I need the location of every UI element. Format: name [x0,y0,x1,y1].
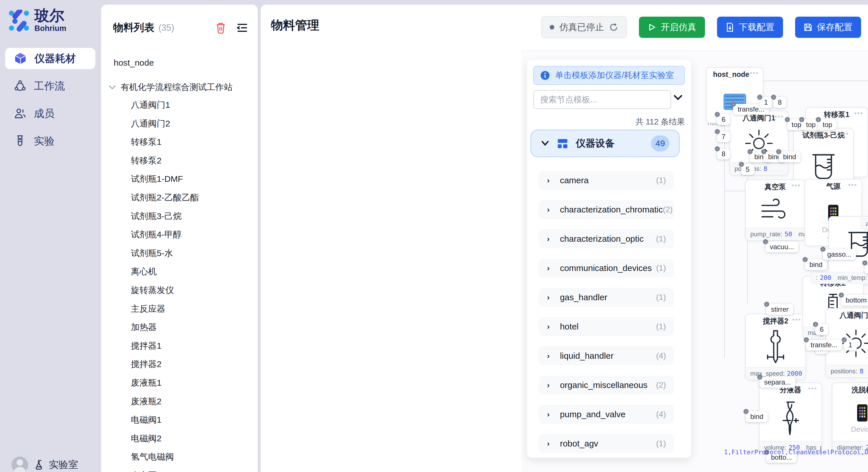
tree-item[interactable]: 八通阀门2 [131,118,170,130]
port-chip-5[interactable]: ›5 [741,164,754,175]
collapse-list-icon[interactable] [237,23,248,33]
category-characterization_optic[interactable]: ›characterization_optic(1) [539,229,674,248]
port-connector-icon[interactable]: › [757,374,763,380]
category-gas_handler[interactable]: ›gas_handler(1) [539,288,674,307]
port-connector-icon[interactable]: › [771,95,776,100]
port-connector-icon[interactable]: › [799,117,804,122]
sidebar-item-实验[interactable]: 实验 [5,131,95,152]
port-chip-8[interactable]: ›8 [717,148,730,160]
port-chip-separa...[interactable]: ›separa... [760,377,795,388]
canvas-node-分液器[interactable]: 分液器•••volume:250has_phases:true [759,382,822,454]
port-connector-icon[interactable]: › [715,112,720,117]
port-connector-icon[interactable]: › [842,337,847,342]
sidebar-item-仪器耗材[interactable]: 仪器耗材 [5,48,95,69]
tree-item[interactable]: 试剂瓶1-DMF [131,173,183,185]
port-connector-icon[interactable]: › [862,260,867,266]
node-menu-icon[interactable]: ••• [775,113,784,121]
node-menu-icon[interactable]: ••• [750,69,759,77]
canvas-node-洗脱柱[interactable]: 洗脱柱•••Devicediameter:2.5column_type:si [832,382,868,454]
port-connector-icon[interactable]: › [803,257,808,262]
port-connector-icon[interactable]: › [763,239,768,244]
port-connector-icon[interactable]: › [715,146,720,151]
simulation-status-badge[interactable]: 仿真已停止 [541,16,627,38]
tree-item[interactable]: 搅拌器2 [131,359,162,370]
canvas-node-八通阀门1[interactable]: 八通阀门1•••positions:8 [730,111,788,175]
node-menu-icon[interactable]: ••• [808,385,817,392]
port-chip-bind[interactable]: ›bind [746,411,768,422]
sidebar-item-工作流[interactable]: 工作流 [5,75,95,97]
template-search-input[interactable] [533,90,671,109]
port-chip-1[interactable]: ›1 [844,339,857,350]
port-connector-icon[interactable]: › [776,149,781,154]
tree-item[interactable]: 转移泵1 [131,136,162,148]
tree-item[interactable]: 试剂瓶3-己烷 [131,210,182,222]
tree-item[interactable]: 搅拌器1 [131,340,162,352]
node-menu-icon[interactable]: ••• [854,109,863,117]
port-chip-bind[interactable]: ›bind [805,259,827,270]
save-config-button[interactable]: 保存配置 [795,16,861,38]
port-chip-6[interactable]: ›6 [717,114,730,125]
port-chip-7[interactable]: ›7 [717,131,730,142]
tree-item[interactable]: 旋转蒸发仪 [131,284,174,296]
port-connector-icon[interactable]: › [761,149,766,154]
port-connector-icon[interactable]: › [764,302,769,307]
canvas-node-搅拌器2[interactable]: 搅拌器2•••max_speed:2000 [745,314,806,380]
tree-item[interactable]: 试剂瓶5-水 [131,247,173,259]
tree-item[interactable]: 废液瓶1 [131,377,162,389]
tree-item[interactable]: 试剂瓶4-甲醇 [131,229,182,241]
port-chip-vacuu...[interactable]: ›vacuu... [765,241,799,252]
port-connector-icon[interactable]: › [715,129,720,134]
port-connector-icon[interactable]: › [757,95,763,100]
category-hotel[interactable]: ›hotel(1) [539,317,674,336]
tree-item[interactable]: 转移泵2 [131,155,162,167]
sidebar-footer[interactable]: 实验室 [11,457,78,472]
port-connector-icon[interactable]: › [739,162,744,167]
canvas-node-真空泵[interactable]: 真空泵•••pump_rate:50max_vacuum:0.1 [745,179,805,241]
port-connector-icon[interactable]: › [743,409,749,414]
device-group-expander[interactable]: 仪器设备 49 [530,130,680,157]
port-chip-bottom[interactable]: ›bottom [865,263,868,274]
category-organic_miscellaneous[interactable]: ›organic_miscellaneous(2) [539,376,674,395]
category-characterization_chromatic[interactable]: ›characterization_chromatic(2) [539,200,674,219]
port-chip-8[interactable]: ›8 [773,97,786,108]
port-connector-icon[interactable]: › [785,117,790,122]
port-chip-1[interactable]: ›1 [760,97,772,108]
node-menu-icon[interactable]: ••• [792,316,801,324]
port-connector-icon[interactable]: › [804,337,809,342]
port-connector-icon[interactable]: › [820,247,826,252]
port-chip-gasso...[interactable]: ›gasso... [823,249,856,260]
port-chip-transfe...[interactable]: ›transfe... [806,339,842,350]
chevron-down-icon[interactable] [673,94,683,102]
port-connector-icon[interactable]: › [747,149,753,154]
port-chip-stirrer[interactable]: ›stirrer [766,304,793,315]
tree-item[interactable]: 主反应器 [131,303,165,315]
node-menu-icon[interactable]: ••• [848,181,857,189]
category-robot_agv[interactable]: ›robot_agv(1) [539,434,674,453]
tree-item[interactable]: 电磁阀1 [131,414,162,426]
port-connector-icon[interactable]: › [816,117,821,122]
tree-item[interactable]: 八通阀门1 [131,99,170,111]
refresh-icon[interactable] [609,23,618,32]
port-chip-bind[interactable]: ›bind [778,151,801,162]
category-pump_and_valve[interactable]: ›pump_and_valve(4) [539,405,674,424]
tree-item[interactable]: 电磁阀2 [131,433,162,444]
tree-item[interactable]: 废液瓶2 [131,396,162,407]
avatar[interactable] [11,457,28,472]
port-connector-icon[interactable]: › [813,322,818,327]
tree-group[interactable]: 有机化学流程综合测试工作站 [108,81,232,93]
tree-item[interactable]: 氢气电磁阀 [131,451,174,463]
port-connector-icon[interactable]: › [731,102,736,107]
tree-item[interactable]: 离心机 [131,266,157,278]
sidebar-item-成员[interactable]: 成员 [5,103,95,124]
tree-item[interactable]: 试剂瓶2-乙酸乙酯 [131,192,199,204]
tree-item-root[interactable]: host_node [114,58,154,68]
port-chip-bottom[interactable]: ›bottom [841,295,868,306]
port-chip-top[interactable]: ›top [818,119,837,130]
port-chip-6[interactable]: ›6 [815,324,828,335]
start-simulation-button[interactable]: 开启仿真 [639,16,705,38]
node-menu-icon[interactable]: ••• [840,130,849,138]
category-communication_devices[interactable]: ›communication_devices(1) [539,259,674,278]
tree-item[interactable]: 加热器 [131,322,157,333]
trash-icon[interactable] [215,22,226,34]
download-config-button[interactable]: 下载配置 [717,16,783,38]
